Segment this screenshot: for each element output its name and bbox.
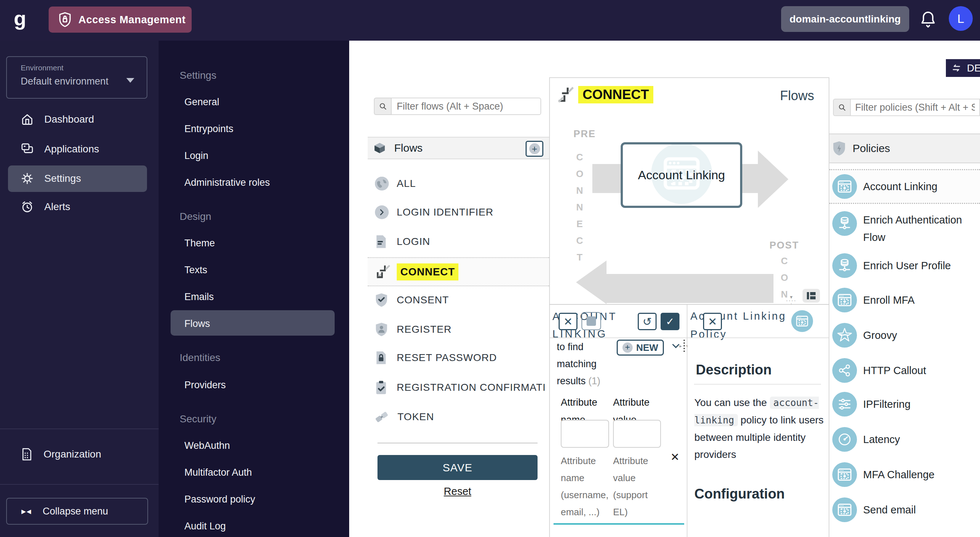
divider: [0, 429, 159, 429]
domain-name: domain-accountlinking: [789, 13, 900, 25]
collapse-menu-label: Collapse menu: [43, 506, 108, 517]
step-hint-count: (1): [589, 375, 600, 386]
reset-link[interactable]: Reset: [377, 486, 538, 497]
sidebar-item-dashboard[interactable]: Dashboard: [20, 113, 94, 126]
new-attribute-button[interactable]: + NEW: [617, 340, 664, 356]
search-icon: [374, 98, 391, 115]
sidebar-item-settings[interactable]: Settings: [20, 172, 81, 186]
policies-filter: [833, 99, 980, 116]
nav-item-audit-log[interactable]: Audit Log: [185, 521, 226, 532]
flow-item-label: LOGIN: [397, 236, 430, 248]
flows-filter-input[interactable]: [391, 98, 541, 115]
window-plus-icon: [832, 497, 857, 522]
collapse-menu-button[interactable]: ▶◀ Collapse menu: [6, 498, 148, 525]
apply-step-button[interactable]: ✓: [660, 313, 679, 330]
chevron-down-icon: [126, 78, 134, 83]
avatar[interactable]: L: [949, 6, 973, 31]
layout-toggle-button[interactable]: [802, 289, 820, 303]
close-icon: ✕: [708, 315, 717, 328]
policy-item-mfa-challenge[interactable]: MFA Challenge: [829, 462, 980, 487]
policy-item-enrich-user-profile[interactable]: Enrich User Profile: [829, 253, 980, 278]
nav-item-login[interactable]: Login: [185, 150, 208, 162]
close-policy-button[interactable]: ✕: [703, 313, 722, 330]
policy-item-account-linking[interactable]: Account Linking: [829, 169, 980, 204]
nav-item-multifactor-auth[interactable]: Multifactor Auth: [185, 467, 252, 478]
flow-item-all[interactable]: ALL: [375, 177, 416, 191]
connect-icon: [375, 264, 391, 280]
policies-filter-input[interactable]: [850, 99, 980, 116]
shield-lock-icon: [58, 12, 72, 28]
flows-filter: [374, 98, 541, 115]
policy-item-label: Account Linking: [863, 181, 937, 193]
policy-item-http-callout[interactable]: HTTP Callout: [829, 358, 980, 383]
description-text: You can use the: [694, 397, 767, 408]
add-flow-button[interactable]: +: [525, 141, 543, 157]
remove-attribute-icon[interactable]: ✕: [670, 451, 679, 463]
policy-item-label: HTTP Callout: [863, 365, 926, 377]
nav-section-identities: Identities: [180, 352, 220, 364]
nav-item-theme[interactable]: Theme: [185, 238, 215, 249]
flow-item-login[interactable]: LOGIN: [375, 235, 430, 249]
clipboard-check-icon: [375, 380, 389, 395]
flow-item-registration-confirmation[interactable]: REGISTRATION CONFIRMATIO: [375, 380, 546, 395]
nav-item-password-policy[interactable]: Password policy: [185, 494, 255, 505]
layout-icon: [807, 292, 816, 300]
policy-item-groovy[interactable]: Groovy: [829, 323, 980, 348]
flow-item-reset-password[interactable]: RESET PASSWORD: [375, 351, 497, 365]
pre-connect-vertical-label: CONNECT: [574, 152, 585, 275]
policy-item-send-email[interactable]: Send email: [829, 497, 980, 522]
sidebar-item-applications[interactable]: Applications: [20, 142, 99, 156]
designer-panel-title: Flows: [780, 88, 814, 103]
flow-item-consent[interactable]: CONSENT: [375, 293, 449, 307]
refresh-icon: ↺: [643, 315, 652, 328]
domain-pill[interactable]: domain-accountlinking: [781, 6, 909, 32]
policy-item-ipfiltering[interactable]: IPFiltering: [829, 392, 980, 416]
design-mode-button[interactable]: DE: [946, 59, 980, 77]
flow-node-account-linking[interactable]: Account Linking: [620, 142, 742, 208]
environment-select[interactable]: Environment Default environment: [6, 56, 147, 99]
nav-item-texts[interactable]: Texts: [185, 265, 207, 276]
environment-label: Environment: [21, 64, 64, 72]
flow-item-connect[interactable]: CONNECT: [368, 257, 549, 286]
nav-item-entrypoints[interactable]: Entrypoints: [185, 123, 233, 135]
designer-flow-name: CONNECT: [578, 86, 653, 103]
refresh-step-button[interactable]: ↺: [638, 313, 657, 330]
policy-item-enroll-mfa[interactable]: Enroll MFA: [829, 288, 980, 312]
designer-canvas[interactable]: PRE CONNECT Account Linking POST CONNECT…: [549, 111, 829, 304]
groovy-star-icon: [832, 323, 857, 348]
user-shield-icon: [375, 322, 389, 337]
attribute-value-input[interactable]: [613, 420, 661, 448]
flow-item-login-identifier[interactable]: LOGIN IDENTIFIER: [375, 205, 493, 219]
policy-item-latency[interactable]: Latency: [829, 427, 980, 452]
nav-item-flows[interactable]: Flows: [185, 318, 210, 329]
nav-item-emails[interactable]: Emails: [185, 291, 214, 303]
flow-item-token[interactable]: TOKEN: [374, 410, 434, 424]
policy-item-enrich-authentication-flow[interactable]: Enrich Authentication Flow: [829, 211, 980, 246]
nav-item-providers[interactable]: Providers: [185, 380, 226, 391]
splitter-handle-horizontal[interactable]: ▼ ···· ▲: [785, 296, 797, 304]
database-icon: [832, 253, 857, 278]
search-icon: [833, 99, 850, 116]
divider: [694, 384, 821, 384]
gravitee-logo[interactable]: g: [14, 6, 26, 30]
sidebar-item-organization[interactable]: Organization: [21, 447, 101, 462]
nav-item-webauthn[interactable]: WebAuthn: [185, 440, 230, 451]
nav-item-general[interactable]: General: [185, 97, 219, 108]
close-step-button[interactable]: ✕: [558, 313, 578, 330]
attribute-name-input[interactable]: [561, 420, 609, 448]
shield-bolt-icon: [832, 141, 846, 156]
policies-panel-header: Policies: [829, 133, 980, 163]
sidebar-secondary: [159, 41, 349, 537]
nav-item-administrative-roles[interactable]: Administrative roles: [185, 177, 270, 188]
notifications-bell-icon[interactable]: [920, 10, 936, 29]
app-badge[interactable]: Access Management: [49, 6, 192, 33]
policy-detail-panel: Account Linking Policy ✕ Description You…: [687, 305, 829, 537]
divider: [687, 337, 829, 338]
document-lock-icon: [375, 351, 389, 365]
node-label: Account Linking: [638, 168, 725, 182]
policies-panel-title: Policies: [853, 142, 890, 154]
sidebar-item-alerts[interactable]: Alerts: [20, 200, 70, 214]
save-button[interactable]: SAVE: [377, 455, 538, 480]
window-plus-icon: [832, 462, 857, 487]
flow-item-register[interactable]: REGISTER: [375, 322, 452, 337]
